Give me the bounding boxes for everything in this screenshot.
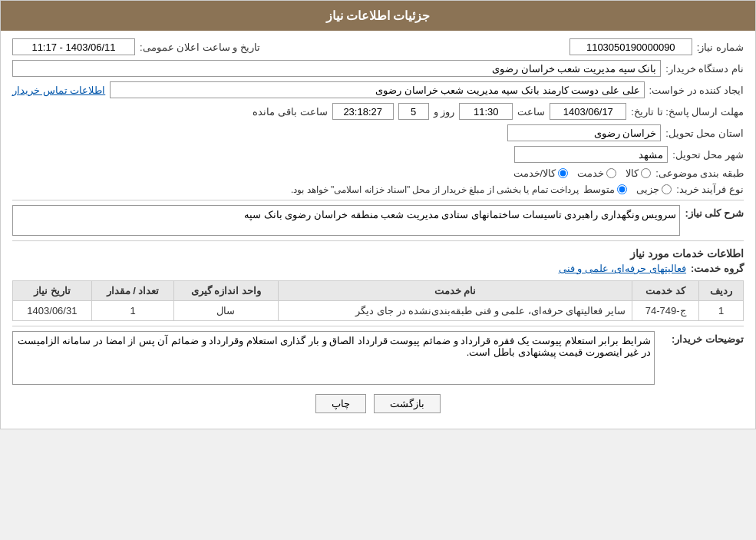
cell-row-num: 1	[699, 301, 744, 321]
category-radio-kala[interactable]	[641, 168, 651, 178]
col-header-row: ردیف	[699, 281, 744, 301]
category-radio-group: کالا خدمت کالا/خدمت	[513, 167, 652, 179]
cell-date: 1403/06/31	[13, 301, 92, 321]
page-wrapper: جزئیات اطلاعات نیاز شماره نیاز: تاریخ و …	[0, 0, 756, 429]
province-input[interactable]	[507, 124, 661, 141]
process-label-jozii: جزیی	[636, 184, 659, 195]
divider-3	[12, 326, 744, 326]
col-header-code: کد خدمت	[632, 281, 698, 301]
print-button[interactable]: چاپ	[315, 394, 366, 413]
city-label: شهر محل تحویل:	[672, 149, 744, 161]
city-input[interactable]	[514, 146, 668, 163]
process-label-motavaset: متوسط	[583, 184, 615, 195]
description-row: شرح کلی نیاز:	[12, 205, 744, 236]
deadline-row: مهلت ارسال پاسخ: تا تاریخ: ساعت روز و سا…	[12, 103, 744, 120]
creator-input[interactable]	[110, 81, 644, 98]
page-header: جزئیات اطلاعات نیاز	[1, 1, 755, 31]
content-area: شماره نیاز: تاریخ و ساعت اعلان عمومی: نا…	[1, 31, 755, 429]
buyer-label: نام دستگاه خریدار:	[665, 63, 744, 75]
process-note: پرداخت تمام یا بخشی از مبلغ خریدار از مح…	[291, 184, 579, 195]
service-group-value[interactable]: فعالیتهای حرفه‌ای، علمی و فنی	[559, 263, 686, 274]
city-row: شهر محل تحویل:	[12, 146, 744, 163]
contact-link[interactable]: اطلاعات تماس خریدار	[12, 84, 105, 96]
service-group-row: گروه خدمت: فعالیتهای حرفه‌ای، علمی و فنی	[12, 263, 744, 274]
category-row: طبقه بندی موضوعی: کالا خدمت کالا/خدمت	[12, 167, 744, 179]
table-row: 1 ج-749-74 سایر فعالیتهای حرفه‌ای، علمی …	[13, 301, 744, 321]
col-header-name: نام خدمت	[278, 281, 632, 301]
process-radio-mотоsat[interactable]	[617, 184, 627, 194]
process-option-mотоsat: متوسط	[583, 184, 627, 195]
request-number-input[interactable]	[569, 38, 692, 55]
cell-unit: سال	[174, 301, 278, 321]
category-option-khedmat: خدمت	[577, 167, 616, 179]
col-header-quantity: تعداد / مقدار	[91, 281, 173, 301]
buyer-notes-row: توضیحات خریدار:	[12, 331, 744, 385]
category-option-kala: کالا	[626, 167, 651, 179]
buyer-notes-textarea[interactable]	[12, 331, 655, 385]
back-button[interactable]: بازگشت	[374, 394, 441, 413]
category-label: طبقه بندی موضوعی:	[655, 167, 744, 179]
category-option-kala-khedmat: کالا/خدمت	[513, 167, 569, 179]
announcement-label: تاریخ و ساعت اعلان عمومی:	[140, 41, 260, 53]
category-radio-khedmat[interactable]	[606, 168, 616, 178]
services-section-title: اطلاعات خدمات مورد نیاز	[12, 247, 744, 260]
announcement-row: شماره نیاز: تاریخ و ساعت اعلان عمومی:	[12, 38, 744, 55]
category-label-kala: کالا	[626, 167, 639, 179]
page-title: جزئیات اطلاعات نیاز	[326, 9, 431, 22]
cell-code: ج-749-74	[632, 301, 698, 321]
deadline-remaining-label: ساعت باقی مانده	[253, 106, 327, 118]
description-label: شرح کلی نیاز:	[685, 205, 744, 219]
deadline-remaining-input[interactable]	[332, 103, 394, 120]
buyer-notes-label: توضیحات خریدار:	[659, 331, 744, 345]
divider-1	[12, 200, 744, 200]
category-label-khedmat: خدمت	[577, 167, 604, 179]
buyer-row: نام دستگاه خریدار:	[12, 60, 744, 77]
process-row: نوع فرآیند خرید: جزیی متوسط پرداخت تمام …	[12, 184, 744, 195]
category-radio-kala-khedmat[interactable]	[558, 168, 568, 178]
button-row: بازگشت چاپ	[12, 394, 744, 413]
deadline-label: مهلت ارسال پاسخ: تا تاریخ:	[631, 106, 744, 118]
category-label-kala-khedmat: کالا/خدمت	[513, 167, 556, 179]
description-textarea[interactable]	[12, 205, 680, 236]
divider-2	[12, 240, 744, 241]
creator-label: ایجاد کننده در خواست:	[649, 84, 744, 96]
deadline-time-label: ساعت	[517, 106, 545, 118]
service-group-label: گروه خدمت:	[691, 263, 744, 274]
deadline-date-input[interactable]	[550, 103, 626, 120]
request-number-label: شماره نیاز:	[697, 41, 744, 53]
province-row: استان محل تحویل:	[12, 124, 744, 141]
buyer-input[interactable]	[12, 60, 661, 77]
process-option-jozii: جزیی	[636, 184, 672, 195]
creator-row: ایجاد کننده در خواست: اطلاعات تماس خریدا…	[12, 81, 744, 98]
deadline-time-input[interactable]	[459, 103, 513, 120]
cell-name: سایر فعالیتهای حرفه‌ای، علمی و فنی طبقه‌…	[278, 301, 632, 321]
services-table: ردیف کد خدمت نام خدمت واحد اندازه گیری ت…	[12, 280, 744, 321]
table-header-row: ردیف کد خدمت نام خدمت واحد اندازه گیری ت…	[13, 281, 744, 301]
process-radio-group: جزیی متوسط	[583, 184, 672, 195]
process-label: نوع فرآیند خرید:	[676, 184, 744, 195]
announcement-date-input[interactable]	[12, 38, 135, 55]
col-header-date: تاریخ نیاز	[13, 281, 92, 301]
deadline-days-input[interactable]	[398, 103, 429, 120]
deadline-days-label: روز و	[434, 106, 455, 118]
cell-quantity: 1	[91, 301, 173, 321]
col-header-unit: واحد اندازه گیری	[174, 281, 278, 301]
province-label: استان محل تحویل:	[665, 128, 744, 139]
process-radio-jozii[interactable]	[662, 184, 672, 194]
